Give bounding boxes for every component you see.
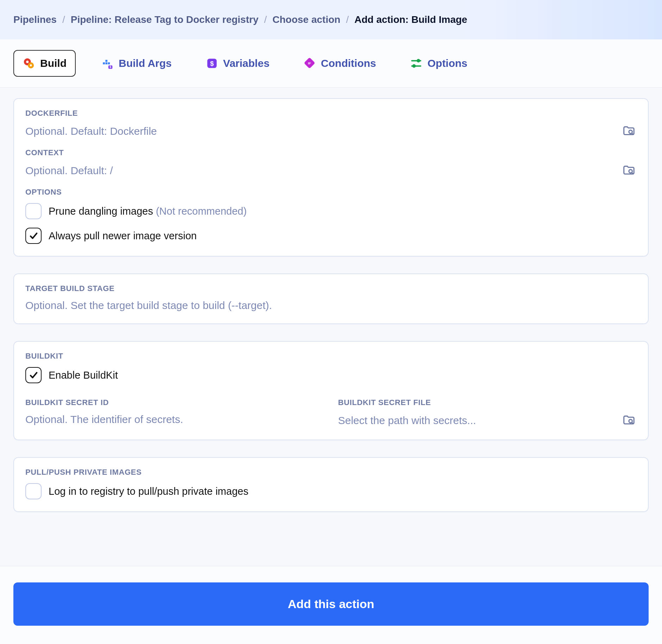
svg-point-15: [417, 59, 420, 63]
tab-build[interactable]: Build: [13, 50, 76, 77]
checkbox-login-registry[interactable]: [25, 483, 42, 499]
label-options: OPTIONS: [25, 188, 637, 197]
checkbox-pull-newer[interactable]: [25, 228, 42, 244]
checkbox-enable-buildkit[interactable]: [25, 367, 42, 383]
option-pull-row: Always pull newer image version: [25, 228, 637, 244]
tab-label: Conditions: [321, 57, 376, 69]
sliders-icon: [410, 57, 423, 70]
card-buildkit: BUILDKIT Enable BuildKit BUILDKIT SECRET…: [13, 341, 649, 440]
label-buildkit-secret-file: BUILDKIT SECRET FILE: [338, 398, 637, 407]
svg-text:$: $: [210, 60, 214, 67]
private-login-text: Log in to registry to pull/push private …: [49, 486, 248, 497]
label-buildkit: BUILDKIT: [25, 352, 637, 361]
footer: Add this action: [0, 566, 662, 644]
dockerfile-input[interactable]: [25, 125, 615, 137]
svg-point-3: [30, 64, 32, 67]
label-context: CONTEXT: [25, 148, 637, 157]
checkbox-prune[interactable]: [25, 203, 42, 219]
svg-rect-6: [108, 62, 110, 64]
label-buildkit-secret-id: BUILDKIT SECRET ID: [25, 398, 324, 407]
label-dockerfile: DOCKERFILE: [25, 109, 637, 118]
label-private-images: PULL/PUSH PRIVATE IMAGES: [25, 468, 637, 477]
breadcrumb-separator: /: [264, 14, 267, 25]
svg-text:IF: IF: [308, 61, 311, 65]
tab-conditions[interactable]: IF Conditions: [295, 51, 385, 76]
context-input[interactable]: [25, 165, 615, 177]
tab-label: Options: [427, 57, 467, 69]
tab-label: Variables: [223, 57, 270, 69]
breadcrumb-separator: /: [62, 14, 65, 25]
tabs: Build $ Build Args $ Variables IF Condit…: [0, 39, 662, 88]
svg-rect-4: [103, 62, 105, 64]
svg-point-17: [412, 64, 416, 68]
tab-variables[interactable]: $ Variables: [197, 51, 278, 76]
svg-rect-7: [105, 60, 107, 62]
folder-search-icon[interactable]: [621, 164, 637, 178]
card-private-images: PULL/PUSH PRIVATE IMAGES Log in to regis…: [13, 457, 649, 512]
form-content: DOCKERFILE CONTEXT OPTIONS Prune danglin…: [0, 88, 662, 512]
svg-point-2: [26, 61, 29, 63]
private-login-row: Log in to registry to pull/push private …: [25, 483, 637, 499]
breadcrumb-choose-action[interactable]: Choose action: [273, 14, 341, 25]
buildkit-enable-row: Enable BuildKit: [25, 367, 637, 383]
svg-text:$: $: [110, 65, 111, 69]
label-target-stage: TARGET BUILD STAGE: [25, 284, 637, 293]
card-docker-settings: DOCKERFILE CONTEXT OPTIONS Prune danglin…: [13, 98, 649, 257]
breadcrumb-pipeline-name[interactable]: Pipeline: Release Tag to Docker registry: [71, 14, 258, 25]
dollar-tile-icon: $: [206, 57, 218, 70]
option-prune-row: Prune dangling images (Not recommended): [25, 203, 637, 219]
option-pull-text: Always pull newer image version: [49, 230, 197, 242]
folder-search-icon[interactable]: [621, 124, 637, 138]
svg-point-20: [629, 170, 632, 173]
svg-rect-5: [105, 62, 107, 64]
tab-options[interactable]: Options: [401, 51, 476, 76]
tab-build-args[interactable]: $ Build Args: [93, 51, 180, 76]
tab-label: Build Args: [119, 57, 172, 69]
buildkit-secret-file-input[interactable]: [338, 415, 615, 427]
svg-point-18: [629, 130, 632, 134]
tab-label: Build: [40, 57, 67, 69]
breadcrumb-separator: /: [346, 14, 349, 25]
diamond-if-icon: IF: [303, 57, 316, 70]
breadcrumb-pipelines[interactable]: Pipelines: [13, 14, 57, 25]
breadcrumb-current: Add action: Build Image: [354, 14, 467, 25]
breadcrumb: Pipelines / Pipeline: Release Tag to Doc…: [0, 0, 662, 39]
buildkit-secret-id-input[interactable]: [25, 413, 324, 425]
add-action-button[interactable]: Add this action: [13, 582, 649, 626]
svg-point-22: [629, 419, 632, 423]
gear-orange-icon: [23, 57, 35, 70]
folder-search-icon[interactable]: [621, 413, 637, 428]
option-prune-text: Prune dangling images (Not recommended): [49, 206, 247, 217]
target-stage-input[interactable]: [25, 299, 637, 311]
buildkit-enable-text: Enable BuildKit: [49, 370, 118, 381]
docker-icon: $: [101, 57, 114, 70]
card-target-stage: TARGET BUILD STAGE: [13, 273, 649, 324]
